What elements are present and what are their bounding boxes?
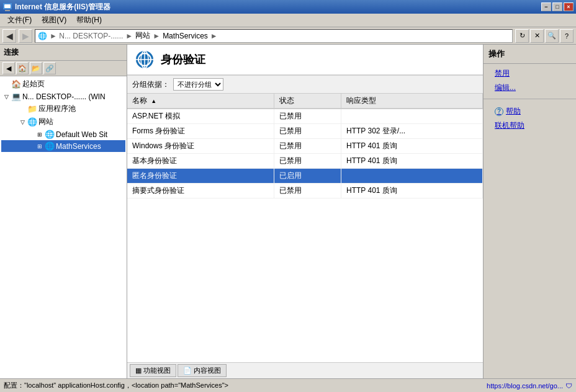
menu-bar: 文件(F) 视图(V) 帮助(H) [0,14,576,27]
tree-toggle-apppool[interactable] [19,105,26,113]
tree-item-server[interactable]: ▽ 💻 N... DESKTOP-...... (WIN [1,91,125,102]
cell-name: Windows 身份验证 [127,139,274,154]
cell-status: 已禁用 [274,154,341,169]
tree-toggle[interactable] [2,81,10,88]
tree-item-mathservices[interactable]: ⊞ 🌐 MathServices [1,140,125,152]
status-link[interactable]: https://blog.csdn.net/go... [487,382,563,390]
center-panel: 身份验证 分组依据： 不进行分组 名称 ▲ 状态 响应类型 ASP.NET 模拟… [127,45,483,378]
address-bar[interactable]: 🌐 ► N... DESKTOP-...... ► 网站 ► MathServi… [35,29,513,43]
server-icon: 💻 [11,92,21,101]
table-row[interactable]: 基本身份验证已禁用HTTP 401 质询 [127,154,483,169]
table-row[interactable]: 摘要式身份验证已禁用HTTP 401 质询 [127,184,483,198]
menu-file[interactable]: 文件(F) [2,14,37,27]
right-panel-header: 操作 [484,45,576,64]
tree-toggle-sites[interactable]: ▽ [19,118,26,126]
table-row[interactable]: ASP.NET 模拟已禁用 [127,109,483,124]
menu-help[interactable]: 帮助(H) [71,14,107,27]
cell-status: 已禁用 [274,124,341,139]
groupby-select[interactable]: 不进行分组 [173,78,223,91]
tree-item-apppool[interactable]: 📁 应用程序池 [1,102,125,115]
tree-item-home[interactable]: 🏠 起始页 [1,78,125,91]
tab-feature-label: 功能视图 [143,366,171,375]
tree-item-defaultsite[interactable]: ⊞ 🌐 Default Web Sit [1,128,125,140]
question-icon: ? [495,107,503,116]
tab-feature-view[interactable]: ▦ 功能视图 [130,364,176,377]
help-section: ? 帮助 联机帮助 [484,102,576,134]
table-row[interactable]: 匿名身份验证已启用 [127,169,483,184]
cell-name: 匿名身份验证 [127,169,274,184]
address-globe-icon: 🌐 [38,32,47,40]
panel-connect-button[interactable]: 🔗 [43,62,56,74]
apppool-icon: 📁 [27,104,37,114]
table-body: ASP.NET 模拟已禁用Forms 身份验证已禁用HTTP 302 登录/..… [127,109,483,198]
menu-view[interactable]: 视图(V) [37,14,71,27]
maximize-button[interactable]: □ [552,2,562,11]
tree-item-sites[interactable]: ▽ 🌐 网站 [1,115,125,128]
sort-arrow: ▲ [151,98,156,104]
svg-rect-2 [5,10,10,11]
right-panel: 操作 禁用 编辑... ? 帮助 联机帮助 [483,45,576,378]
col-status[interactable]: 状态 [274,94,341,109]
cell-status: 已启用 [274,169,341,184]
toolbar-right: ↻ ✕ 🔍 ? [515,29,574,43]
toolbar: ◀ ▶ 🌐 ► N... DESKTOP-...... ► 网站 ► MathS… [0,27,576,45]
content-view-icon: 📄 [183,367,192,375]
tree-label-sites: 网站 [38,117,53,127]
sites-icon: 🌐 [27,117,37,127]
refresh-button[interactable]: ↻ [515,29,529,43]
minimize-button[interactable]: − [541,2,551,11]
help-button[interactable]: ? [560,29,574,43]
address-sep2: ► [153,32,160,40]
action-disable[interactable]: 禁用 [488,66,571,81]
mathservices-icon: 🌐 [45,141,55,151]
col-response[interactable]: 响应类型 [341,94,483,109]
action-edit[interactable]: 编辑... [488,81,571,95]
cell-response [341,109,483,124]
address-sep1: ► [125,32,133,40]
panel-back-button[interactable]: ◀ [2,62,15,74]
cell-name: Forms 身份验证 [127,124,274,139]
title-controls: − □ × [541,2,574,11]
content-title: 身份验证 [161,52,205,67]
app-icon [2,2,12,12]
cell-response: HTTP 302 登录/... [341,124,483,139]
content-header: 身份验证 [127,45,483,76]
panel-home-button[interactable]: 🏠 [16,62,29,74]
cell-response: HTTP 401 质询 [341,154,483,169]
search-button[interactable]: 🔍 [545,29,559,43]
window-title: Internet 信息服务(IIS)管理器 [15,2,110,12]
groupby-bar: 分组依据： 不进行分组 [127,76,483,94]
cell-status: 已禁用 [274,139,341,154]
cell-response: HTTP 401 质询 [341,184,483,198]
col-name[interactable]: 名称 ▲ [127,94,274,109]
cell-response [341,169,483,184]
title-bar-left: Internet 信息服务(IIS)管理器 [2,2,110,12]
tree-label-apppool: 应用程序池 [38,104,76,114]
cell-status: 已禁用 [274,184,341,198]
status-text: 配置："localhost" applicationHost.config，<l… [4,381,228,390]
panel-up-button[interactable]: 📂 [30,62,42,74]
tree-toggle-defaultsite[interactable]: ⊞ [36,131,43,138]
help-icon-item[interactable]: ? 帮助 [488,104,571,118]
feature-view-icon: ▦ [135,367,142,375]
cell-name: ASP.NET 模拟 [127,109,274,124]
tree-toggle-server[interactable]: ▽ [2,93,10,100]
online-help[interactable]: 联机帮助 [488,118,571,133]
tree-area: 🏠 起始页 ▽ 💻 N... DESKTOP-...... (WIN 📁 应用程… [0,76,127,378]
forward-button[interactable]: ▶ [19,29,32,43]
stop-button[interactable]: ✕ [530,29,544,43]
title-bar: Internet 信息服务(IIS)管理器 − □ × [0,0,576,14]
panel-toolbar: ◀ 🏠 📂 🔗 [0,61,127,76]
back-button[interactable]: ◀ [2,29,16,43]
table-row[interactable]: Windows 身份验证已禁用HTTP 401 质询 [127,139,483,154]
close-button[interactable]: × [564,2,574,11]
tree-label-server: N... DESKTOP-...... (WIN [22,92,106,101]
tree-toggle-mathservices[interactable]: ⊞ [36,143,43,150]
table-row[interactable]: Forms 身份验证已禁用HTTP 302 登录/... [127,124,483,139]
tree-label-mathservices: MathServices [56,142,101,151]
svg-rect-1 [4,4,11,8]
groupby-label: 分组依据： [132,79,169,90]
tab-content-view[interactable]: 📄 内容视图 [178,364,227,377]
address-sep3: ► [210,32,218,40]
content-icon [135,50,155,69]
